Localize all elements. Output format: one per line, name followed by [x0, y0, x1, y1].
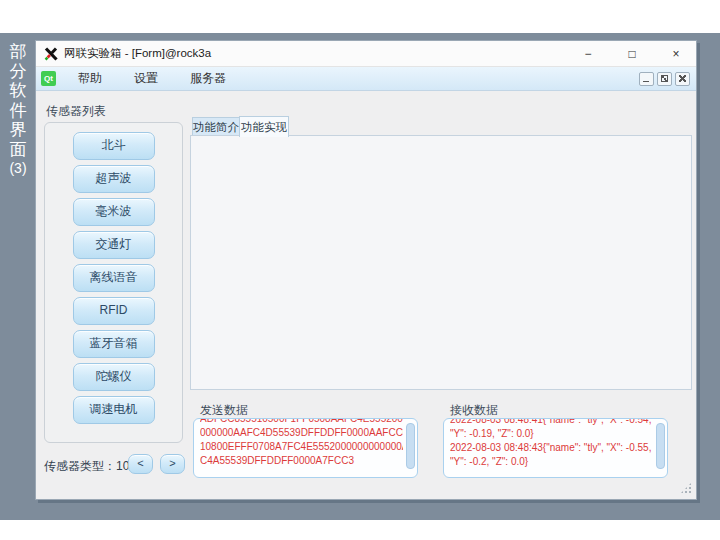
- resize-grip[interactable]: [680, 482, 692, 494]
- send-data-title: 发送数据: [200, 402, 248, 419]
- sensor-page-prev-button[interactable]: <: [128, 454, 153, 474]
- receive-data-line: 2022-08-03 08:48:41{"name": "tly", "X": …: [450, 418, 653, 427]
- window-title: 网联实验箱 - [Form]@rock3a: [64, 46, 211, 61]
- receive-data-textarea[interactable]: 2022-08-03 08:48:41{"name": "tly", "X": …: [443, 418, 668, 478]
- page-root: 部 分 软 件 界 面 (3) 网联实验箱 - [Form]@rock3a − …: [0, 0, 720, 540]
- tab-function-intro[interactable]: 功能简介: [192, 117, 240, 137]
- tab-function-impl[interactable]: 功能实现: [239, 116, 289, 137]
- send-data-line: 000000AAFC4D55539DFFDDFF0000AAFCC6555: [200, 426, 403, 440]
- tab-content-panel: [190, 135, 692, 390]
- sensor-button-mmwave[interactable]: 毫米波: [73, 198, 155, 226]
- mdi-minimize-button[interactable]: [639, 72, 654, 86]
- sensor-type-count: 传感器类型：10个: [44, 458, 141, 475]
- minimize-icon: [643, 81, 649, 83]
- send-data-textarea[interactable]: ADFCC855510500F1FF0508AAFC4E5552000000 0…: [193, 418, 418, 478]
- sensor-list-title: 传感器列表: [46, 103, 106, 120]
- menu-settings[interactable]: 设置: [122, 70, 170, 87]
- sensor-button-beidou[interactable]: 北斗: [73, 132, 155, 160]
- title-bar: 网联实验箱 - [Form]@rock3a − □ ×: [36, 41, 696, 67]
- receive-data-scrollbar[interactable]: [656, 423, 665, 469]
- caption-char: 分: [5, 62, 31, 82]
- sensor-button-ultrasonic[interactable]: 超声波: [73, 165, 155, 193]
- menu-help[interactable]: 帮助: [66, 70, 114, 87]
- sensor-button-speed-motor[interactable]: 调速电机: [73, 396, 155, 424]
- caption-char: 界: [5, 120, 31, 140]
- window-controls: − □ ×: [554, 47, 696, 61]
- menu-bar: Qt 帮助 设置 服务器: [36, 67, 696, 91]
- caption-char: 件: [5, 101, 31, 121]
- caption-char: 面: [5, 140, 31, 160]
- sensor-button-traffic-light[interactable]: 交通灯: [73, 231, 155, 259]
- receive-data-line: "Y": -0.2, "Z": 0.0}: [450, 455, 653, 469]
- mdi-restore-button[interactable]: [657, 72, 672, 86]
- page-caption: 部 分 软 件 界 面 (3): [5, 42, 31, 177]
- sensor-button-offline-voice[interactable]: 离线语音: [73, 264, 155, 292]
- sensor-button-rfid[interactable]: RFID: [73, 297, 155, 325]
- receive-data-title: 接收数据: [450, 402, 498, 419]
- caption-char: 软: [5, 81, 31, 101]
- sensor-page-next-button[interactable]: >: [160, 454, 185, 474]
- receive-data-line: "Y": -0.19, "Z": 0.0}: [450, 427, 653, 441]
- close-icon: [679, 75, 686, 82]
- send-data-line: 10800EFFF0708A7FC4E5552000000000000A7F: [200, 440, 403, 454]
- restore-icon: [661, 75, 668, 82]
- mdi-close-button[interactable]: [675, 72, 690, 86]
- app-window: 网联实验箱 - [Form]@rock3a − □ × Qt 帮助 设置 服务器…: [35, 40, 697, 500]
- send-data-line: C4A55539DFFDDFF0000A7FCC3: [200, 454, 403, 468]
- caption-char: (3): [5, 159, 31, 177]
- sensor-list-panel: 北斗 超声波 毫米波 交通灯 离线语音 RFID 蓝牙音箱 陀螺仪 调速电机: [44, 122, 183, 443]
- send-data-scrollbar[interactable]: [406, 423, 415, 469]
- send-data-line: ADFCC855510500F1FF0508AAFC4E5552000000: [200, 418, 403, 426]
- maximize-button[interactable]: □: [622, 47, 642, 61]
- app-logo-x-icon: [44, 47, 58, 61]
- caption-char: 部: [5, 42, 31, 62]
- mdi-window-controls: [636, 72, 696, 86]
- menu-server[interactable]: 服务器: [178, 70, 238, 87]
- sensor-button-gyroscope[interactable]: 陀螺仪: [73, 363, 155, 391]
- qt-logo-icon: Qt: [41, 71, 56, 86]
- bottom-strip: [0, 520, 720, 540]
- receive-data-line: 2022-08-03 08:48:43{"name": "tly", "X": …: [450, 441, 653, 455]
- minimize-button[interactable]: −: [578, 47, 598, 61]
- close-button[interactable]: ×: [666, 47, 686, 61]
- sensor-button-bluetooth-speaker[interactable]: 蓝牙音箱: [73, 330, 155, 358]
